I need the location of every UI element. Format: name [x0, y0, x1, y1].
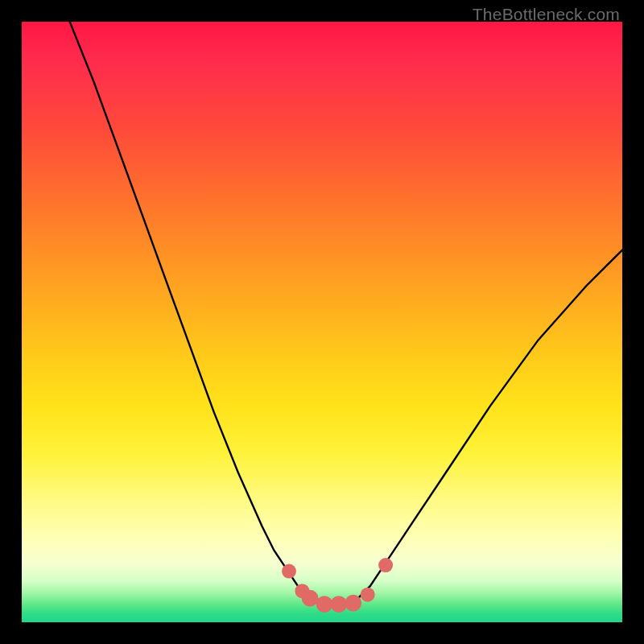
curve-marker	[331, 596, 348, 613]
curve-svg	[22, 22, 622, 622]
marker-layer	[282, 558, 393, 613]
bottleneck-curve	[70, 22, 622, 605]
chart-frame: TheBottleneck.com	[0, 0, 644, 644]
curve-marker	[378, 558, 393, 572]
curve-marker	[345, 595, 361, 612]
plot-area	[22, 22, 622, 622]
watermark-text: TheBottleneck.com	[473, 5, 620, 24]
curve-marker	[316, 596, 333, 613]
curve-marker	[361, 588, 375, 602]
curve-marker	[302, 590, 319, 607]
curve-marker	[282, 564, 296, 579]
curve-layer	[70, 22, 622, 605]
